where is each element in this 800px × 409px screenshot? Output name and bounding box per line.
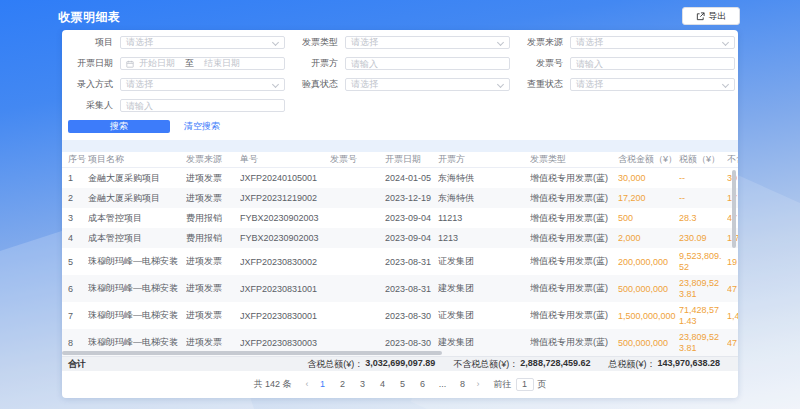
cell-order-no: FYBX20230902003	[240, 233, 330, 243]
total-excl-tax-value: 2,888,728,459.62	[520, 358, 590, 371]
cell-issuer: 东海特供	[438, 192, 530, 205]
dup-check-status-label: 查重状态	[512, 78, 563, 91]
page-number-3[interactable]: 3	[357, 379, 369, 389]
entry-method-label: 录入方式	[62, 78, 113, 91]
col-amount-incl: 含税金额（¥）	[618, 153, 679, 166]
export-icon	[696, 12, 705, 21]
cell-project: 金融大厦采购项目	[88, 172, 186, 185]
next-page-icon[interactable]: ›	[477, 379, 480, 389]
cell-tax: --	[679, 193, 727, 203]
cell-amount-excl: 19	[727, 257, 738, 267]
cell-amount-incl: 500,000,000	[618, 338, 679, 348]
cell-order-no: JXFP20230830003	[240, 338, 330, 348]
cell-date: 2024-01-05	[385, 173, 438, 183]
project-select[interactable]: 请选择	[120, 36, 285, 49]
table-row[interactable]: 4 成本管控项目 费用报销 FYBX20230902003 2023-09-04…	[62, 228, 738, 248]
pagination: 共 142 条 ‹ 1 2 3 4 5 6 ... 8 › 前往 页	[62, 371, 738, 397]
cell-type: 增值税专用发票(蓝)	[530, 336, 618, 349]
total-incl-tax-label: 含税总额(¥)：	[307, 358, 363, 371]
total-tax-value: 143,970,638.28	[657, 358, 720, 371]
cell-no: 2	[68, 193, 88, 203]
cell-no: 1	[68, 173, 88, 183]
cell-date: 2023-08-31	[385, 257, 438, 267]
cell-amount-incl: 17,200	[618, 193, 679, 203]
page-number-8[interactable]: 8	[457, 379, 469, 389]
cell-no: 3	[68, 213, 88, 223]
goto-page-label: 前往	[494, 378, 512, 391]
cell-source: 费用报销	[186, 212, 240, 225]
dup-check-status-select[interactable]: 请选择	[570, 78, 735, 91]
search-button[interactable]: 搜索	[68, 120, 170, 133]
page-number-4[interactable]: 4	[377, 379, 389, 389]
vertical-scrollbar[interactable]	[732, 170, 736, 248]
table-row[interactable]: 1 金融大厦采购项目 进项发票 JXFP20240105001 2024-01-…	[62, 168, 738, 188]
issuer-input[interactable]	[345, 57, 510, 70]
entry-method-select[interactable]: 请选择	[120, 78, 285, 91]
goto-page-input[interactable]	[516, 378, 534, 391]
cell-type: 增值税专用发票(蓝)	[530, 255, 618, 268]
cell-issuer: 建发集团	[438, 282, 530, 295]
cell-order-no: JXFP20230830001	[240, 311, 330, 321]
cell-project: 成本管控项目	[88, 212, 186, 225]
collector-input[interactable]	[120, 99, 285, 112]
cell-amount-incl: 500,000,000	[618, 284, 679, 294]
invoice-no-input[interactable]	[570, 57, 735, 70]
page-number-5[interactable]: 5	[397, 379, 409, 389]
cell-amount-excl: 47	[727, 338, 738, 348]
col-order-no: 单号	[240, 153, 330, 166]
page-number-2[interactable]: 2	[337, 379, 349, 389]
clear-search-link[interactable]: 清空搜索	[184, 120, 220, 133]
chevron-down-icon	[722, 39, 729, 46]
page-number-1[interactable]: 1	[317, 379, 329, 389]
prev-page-icon[interactable]: ‹	[306, 379, 309, 389]
horizontal-scrollbar[interactable]	[62, 351, 442, 355]
table-row[interactable]: 2 金融大厦采购项目 进项发票 JXFP20231219002 2023-12-…	[62, 188, 738, 208]
table-row[interactable]: 6 珠穆朗玛峰—电梯安装 进项发票 JXFP20230831001 2023-0…	[62, 275, 738, 302]
dup-check-status-placeholder: 请选择	[576, 78, 603, 91]
invoice-type-label: 发票类型	[287, 36, 338, 49]
cell-amount-incl: 30,000	[618, 173, 679, 183]
total-incl-tax-value: 3,032,699,097.89	[365, 358, 435, 371]
cell-no: 7	[68, 311, 88, 321]
cell-no: 5	[68, 257, 88, 267]
chevron-down-icon	[497, 39, 504, 46]
invoice-date-range-picker[interactable]: 开始日期 至 结束日期	[120, 57, 285, 70]
cell-project: 珠穆朗玛峰—电梯安装	[88, 255, 186, 268]
page-ellipsis[interactable]: ...	[437, 379, 449, 389]
page-title: 收票明细表	[58, 9, 121, 26]
invoice-date-label: 开票日期	[62, 57, 113, 70]
table-row[interactable]: 5 珠穆朗玛峰—电梯安装 进项发票 JXFP20230830002 2023-0…	[62, 248, 738, 275]
cell-order-no: JXFP20230831001	[240, 284, 330, 294]
total-tax-label: 总税额(¥)：	[608, 358, 655, 371]
table-row[interactable]: 3 成本管控项目 费用报销 FYBX20230902003 2023-09-04…	[62, 208, 738, 228]
cell-date: 2023-08-30	[385, 338, 438, 348]
cell-tax: 71,428,571.43	[679, 305, 727, 326]
invoice-no-label: 发票号	[512, 57, 563, 70]
cell-issuer: 证发集团	[438, 309, 530, 322]
collector-label: 采集人	[62, 99, 113, 112]
cell-source: 进项发票	[186, 282, 240, 295]
total-excl-tax-label: 不含税总额(¥)：	[453, 358, 518, 371]
cell-order-no: JXFP20231219002	[240, 193, 330, 203]
cell-tax: 9,523,809.52	[679, 251, 727, 272]
project-label: 项目	[62, 36, 113, 49]
summary-label: 合计	[68, 358, 86, 371]
cell-type: 增值税专用发票(蓝)	[530, 232, 618, 245]
cell-type: 增值税专用发票(蓝)	[530, 192, 618, 205]
page-number-6[interactable]: 6	[417, 379, 429, 389]
date-separator: 至	[185, 57, 194, 70]
verify-status-select[interactable]: 请选择	[345, 78, 510, 91]
cell-no: 8	[68, 338, 88, 348]
table-header: 序号 项目名称 发票来源 单号 发票号 开票日期 开票方 发票类型 含税金额（¥…	[62, 152, 738, 168]
issuer-label: 开票方	[287, 57, 338, 70]
invoice-type-select[interactable]: 请选择	[345, 36, 510, 49]
chevron-down-icon	[272, 39, 279, 46]
table-row[interactable]: 7 珠穆朗玛峰—电梯安装 进项发票 JXFP20230830001 2023-0…	[62, 302, 738, 329]
export-button[interactable]: 导出	[682, 7, 740, 25]
cell-date: 2023-09-04	[385, 213, 438, 223]
col-type: 发票类型	[530, 153, 618, 166]
col-no: 序号	[68, 153, 88, 166]
invoice-source-select[interactable]: 请选择	[570, 36, 735, 49]
calendar-icon	[126, 60, 134, 68]
col-project: 项目名称	[88, 153, 186, 166]
